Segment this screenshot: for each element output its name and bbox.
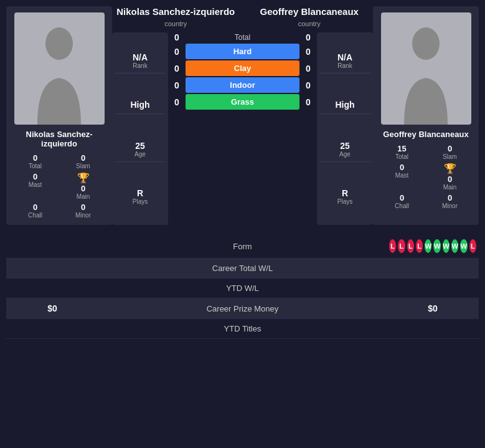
right-slam-cell: 0 Slam [427,144,473,160]
right-age-label: Age [339,151,351,158]
left-plays-value: R [137,188,143,198]
form-badge-l: L [407,239,414,253]
career-label: Career Total W/L [96,264,389,273]
left-avatar-silhouette [31,25,87,125]
form-badge-l: L [389,239,396,253]
left-rank-label: Rank [133,62,147,69]
ytd-titles-row: YTD Titles [6,319,479,339]
hard-score-left: 0 [171,47,183,57]
svg-point-0 [45,27,73,60]
prize-right: $0 [389,303,476,313]
career-total-row: Career Total W/L [6,259,479,279]
right-high-value: High [335,100,354,110]
ytd-titles-label: YTD Titles [96,324,389,333]
left-chall-label: Chall [28,212,42,219]
clay-surface-btn[interactable]: Clay [186,60,299,76]
form-badge-l: L [398,239,405,253]
score-column: 0 Total 0 0 Hard 0 0 Clay 0 [171,32,314,225]
left-total-cell: 0 Total [12,153,58,169]
left-player-name: Nikolas Sanchez-izquierdo [12,130,106,148]
total-label: Total [186,33,299,42]
center-section: Nikolas Sanchez-izquierdo Geoffrey Blanc… [112,6,373,225]
right-name-header: Geoffrey Blancaneaux [249,6,370,17]
total-score-right: 0 [302,32,314,42]
names-header: Nikolas Sanchez-izquierdo Geoffrey Blanc… [112,6,373,17]
right-minor-label: Minor [442,203,458,209]
players-section: Nikolas Sanchez-izquierdo 0 Total 0 Slam… [0,0,485,231]
right-mast-value: 0 [400,163,404,172]
form-badge-w: W [460,239,467,253]
left-mast-cell: 0 Mast [12,172,58,200]
hard-surface-btn[interactable]: Hard [186,44,299,59]
right-main-value: 0 [448,174,452,184]
right-main-label: Main [443,184,457,191]
right-age-value: 25 [340,141,350,151]
right-minor-cell: 0 Minor [427,193,473,209]
right-total-label: Total [395,153,408,160]
hard-score-right: 0 [302,47,314,57]
form-badge-l: L [416,239,423,253]
right-mast-cell: 0 Mast [379,163,425,191]
left-slam-label: Slam [76,163,90,169]
right-plays-box: R Plays [319,184,370,209]
left-rank-box: N/A Rank [115,49,166,74]
left-age-box: 25 Age [115,137,166,162]
grass-surface-btn[interactable]: Grass [186,94,299,110]
center-stats-area: N/A Rank High 25 Age R Plays [112,32,373,225]
left-plays-label: Plays [133,198,148,205]
right-player-avatar [381,12,471,125]
left-rank-value: N/A [133,52,148,62]
indoor-score-right: 0 [302,80,314,90]
left-stats-panel: N/A Rank High 25 Age R Plays [112,32,168,225]
total-score-left: 0 [171,32,183,42]
form-right: LLLLWWWWWL [389,239,476,253]
left-high-value: High [130,100,149,110]
right-plays-label: Plays [337,198,352,205]
right-chall-label: Chall [395,203,409,209]
right-player-name: Geoffrey Blancaneaux [383,130,468,139]
left-minor-cell: 0 Minor [60,203,106,219]
right-avatar-silhouette [398,25,454,125]
right-total-cell: 15 Total [379,144,425,160]
form-badge-w: W [433,239,440,253]
right-age-box: 25 Age [319,137,370,162]
clay-score-left: 0 [171,64,183,74]
right-chall-value: 0 [400,193,404,203]
left-mast-label: Mast [29,181,42,188]
svg-point-1 [412,27,440,60]
clay-score-row: 0 Clay 0 [171,60,314,76]
left-age-value: 25 [135,141,145,151]
country-row: country country [112,20,373,27]
right-rank-value: N/A [337,52,352,62]
form-row: Form LLLLWWWWWL [6,234,479,259]
grass-score-right: 0 [302,97,314,107]
left-minor-value: 0 [81,203,85,212]
form-badge-l: L [469,239,476,253]
right-rank-label: Rank [337,62,352,69]
form-label: Form [96,242,389,251]
form-badge-w: W [443,239,450,253]
indoor-score-left: 0 [171,80,183,90]
left-player-avatar [14,12,105,125]
right-plays-value: R [342,188,348,198]
left-age-label: Age [134,151,146,158]
right-minor-value: 0 [448,193,452,203]
prize-label: Career Prize Money [96,304,389,313]
left-slam-value: 0 [81,153,85,163]
indoor-surface-btn[interactable]: Indoor [186,77,299,93]
right-rank-box: N/A Rank [319,49,370,74]
left-total-value: 0 [33,153,37,163]
total-score-row: 0 Total 0 [171,32,314,42]
left-mast-value: 0 [33,172,37,181]
right-stats-panel: N/A Rank High 25 Age R Plays [317,32,373,225]
indoor-score-row: 0 Indoor 0 [171,77,314,93]
right-mast-label: Mast [395,172,409,179]
form-badge-w: W [451,239,458,253]
left-main-label: Main [77,193,90,200]
right-trophy-icon: 🏆 [444,163,456,174]
form-badges: LLLLWWWWWL [389,239,476,253]
left-chall-value: 0 [33,203,37,212]
right-chall-cell: 0 Chall [379,193,425,209]
ytd-wl-label: YTD W/L [96,284,389,293]
hard-score-row: 0 Hard 0 [171,44,314,59]
